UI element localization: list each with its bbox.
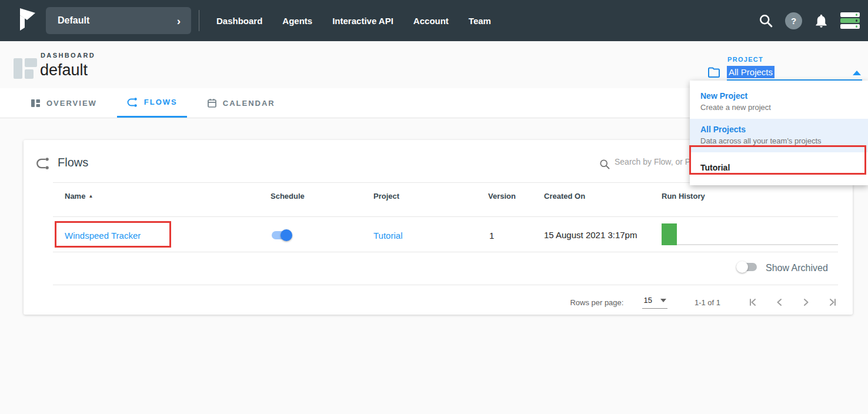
column-header-name[interactable]: Name▲ (65, 192, 93, 201)
show-archived-toggle[interactable] (736, 261, 757, 273)
search-icon[interactable] (758, 13, 774, 29)
menu-item-all-projects[interactable]: All Projects Data across all your team's… (690, 119, 868, 152)
tab-calendar[interactable]: CALENDAR (198, 88, 285, 118)
menu-item-title: Tutorial (700, 163, 857, 172)
created-on-cell: 15 August 2021 3:17pm (544, 230, 637, 240)
show-archived-label: Show Archived (766, 263, 828, 273)
menu-item-tutorial[interactable]: Tutorial (690, 152, 868, 185)
dashboard-grid-icon (14, 58, 37, 79)
version-cell: 1 (489, 231, 494, 241)
nav-item-team[interactable]: Team (469, 16, 491, 26)
project-select-input[interactable]: All Projects (727, 66, 774, 78)
nav-item-interactive-api[interactable]: Interactive API (332, 16, 393, 26)
tenant-name: Default (58, 15, 89, 26)
last-page-icon[interactable] (825, 296, 838, 309)
column-header-project[interactable]: Project (373, 192, 399, 201)
page-title: default (40, 61, 88, 79)
menu-item-subtitle: Data across all your team's projects (700, 136, 857, 145)
top-navbar: Default › Dashboard Agents Interactive A… (0, 0, 868, 41)
run-history-baseline (662, 244, 838, 245)
tab-flows-label: FLOWS (144, 98, 178, 106)
tab-overview-label: OVERVIEW (46, 99, 97, 108)
card-title: Flows (58, 156, 88, 169)
column-header-version[interactable]: Version (488, 192, 516, 201)
previous-page-icon[interactable] (773, 296, 786, 309)
next-page-icon[interactable] (799, 296, 812, 309)
folder-icon (707, 65, 721, 79)
tenant-switcher-button[interactable]: Default › (46, 7, 191, 34)
navbar-divider (199, 10, 199, 31)
rows-per-page-label: Rows per page: (570, 298, 623, 307)
footer-top-border (53, 285, 838, 285)
calendar-icon (207, 98, 217, 108)
rows-per-page-value: 15 (643, 296, 652, 305)
project-link[interactable]: Tutorial (373, 231, 402, 241)
help-icon[interactable]: ? (785, 12, 802, 29)
project-dropdown-menu: New Project Create a new project All Pro… (690, 81, 868, 185)
column-header-schedule[interactable]: Schedule (271, 192, 305, 201)
run-history-success-bar[interactable] (662, 223, 677, 245)
prefect-logo-icon[interactable] (15, 6, 39, 34)
caret-up-icon[interactable] (853, 71, 861, 75)
search-icon (599, 158, 611, 171)
pagination-range: 1-1 of 1 (695, 298, 720, 307)
navbar-actions: ? (758, 0, 860, 41)
rows-per-page-select[interactable]: 15 (642, 296, 667, 309)
flow-name-link[interactable]: Windspeed Tracker (65, 231, 141, 241)
flows-icon (126, 96, 138, 108)
sort-asc-icon: ▲ (88, 193, 93, 199)
menu-item-new-project[interactable]: New Project Create a new project (690, 85, 868, 119)
server-status-icon[interactable] (840, 12, 860, 29)
nav-item-dashboard[interactable]: Dashboard (216, 16, 262, 26)
first-page-icon[interactable] (747, 296, 760, 309)
menu-item-subtitle: Create a new project (700, 103, 857, 112)
navbar-links: Dashboard Agents Interactive API Account… (216, 0, 491, 41)
table-pagination: Rows per page: 15 1-1 of 1 (24, 291, 838, 314)
column-header-created-on[interactable]: Created On (544, 192, 585, 201)
tab-overview[interactable]: OVERVIEW (21, 88, 106, 118)
nav-item-agents[interactable]: Agents (282, 16, 312, 26)
chevron-right-icon: › (177, 15, 181, 26)
menu-item-title: All Projects (700, 125, 857, 134)
tab-flows[interactable]: FLOWS (117, 88, 187, 118)
page-eyebrow: DASHBOARD (41, 52, 95, 59)
column-header-run-history[interactable]: Run History (662, 192, 705, 201)
tab-calendar-label: CALENDAR (223, 99, 275, 108)
flows-icon (35, 156, 51, 171)
row-bottom-border (53, 252, 838, 252)
project-selector-label: PROJECT (727, 56, 763, 63)
menu-item-title: New Project (700, 91, 857, 101)
app-root: Default › Dashboard Agents Interactive A… (0, 0, 868, 414)
header-bottom-border (53, 216, 838, 217)
nav-item-account[interactable]: Account (413, 16, 449, 26)
caret-down-icon (660, 299, 666, 302)
schedule-toggle[interactable] (271, 229, 292, 241)
notifications-bell-icon[interactable] (813, 13, 829, 29)
overview-grid-icon (31, 98, 41, 108)
